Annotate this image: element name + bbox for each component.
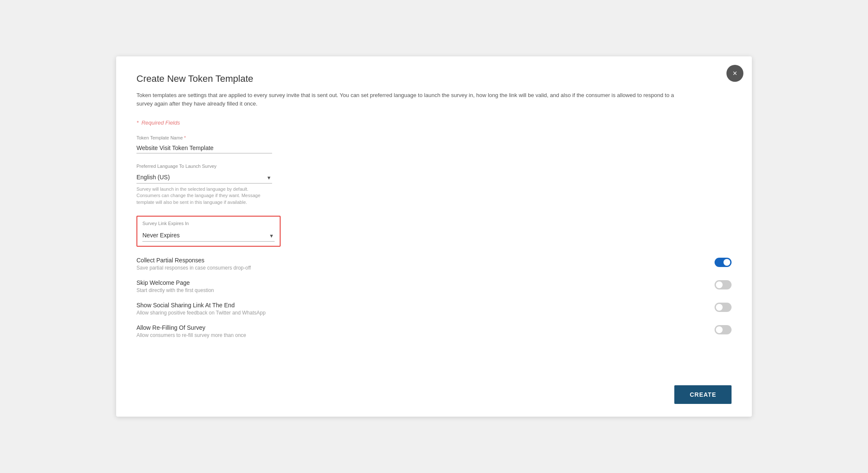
survey-link-wrapper: Never Expires 1 Day 7 Days 30 Days 90 Da…	[142, 229, 275, 242]
toggle-desc-collect-partial: Save partial responses in case consumers…	[136, 265, 706, 271]
modal-container: × Create New Token Template Token templa…	[116, 56, 752, 417]
toggle-title-collect-partial: Collect Partial Responses	[136, 257, 706, 264]
toggle-content-skip-welcome: Skip Welcome Page Start directly with th…	[136, 279, 706, 293]
toggle-desc-social-sharing: Allow sharing positive feedback on Twitt…	[136, 310, 706, 316]
toggle-content-allow-refilling: Allow Re-Filling Of Survey Allow consume…	[136, 324, 706, 338]
survey-link-box: Survey Link Expires In Never Expires 1 D…	[136, 216, 281, 247]
toggle-slider-skip-welcome	[715, 280, 732, 289]
survey-link-section: Survey Link Expires In Never Expires 1 D…	[136, 216, 732, 247]
toggle-content-collect-partial: Collect Partial Responses Save partial r…	[136, 257, 706, 271]
toggle-label-skip-welcome[interactable]	[715, 280, 732, 289]
modal-description: Token templates are settings that are ap…	[136, 91, 687, 108]
toggle-switch-skip-welcome[interactable]	[715, 280, 732, 289]
toggle-title-allow-refilling: Allow Re-Filling Of Survey	[136, 324, 706, 331]
survey-link-select[interactable]: Never Expires 1 Day 7 Days 30 Days 90 Da…	[142, 229, 275, 242]
close-button[interactable]: ×	[726, 65, 743, 82]
required-fields-text: Required Fields	[142, 120, 180, 126]
toggle-switch-social-sharing[interactable]	[715, 303, 732, 312]
toggle-label-social-sharing[interactable]	[715, 303, 732, 312]
toggle-row-social-sharing: Show Social Sharing Link At The End Allo…	[136, 302, 732, 316]
toggle-row-allow-refilling: Allow Re-Filling Of Survey Allow consume…	[136, 324, 732, 338]
toggle-slider-collect-partial	[715, 258, 732, 267]
survey-link-label: Survey Link Expires In	[142, 221, 275, 226]
preferred-language-hint: Survey will launch in the selected langu…	[136, 186, 272, 206]
token-name-required: *	[184, 135, 186, 140]
toggle-desc-skip-welcome: Start directly with the first question	[136, 287, 706, 293]
token-name-label-text: Token Template Name	[136, 135, 183, 140]
toggle-label-allow-refilling[interactable]	[715, 325, 732, 334]
toggle-title-skip-welcome: Skip Welcome Page	[136, 279, 706, 286]
token-template-name-section: Token Template Name *	[136, 135, 732, 153]
toggle-switch-allow-refilling[interactable]	[715, 325, 732, 334]
toggle-label-collect-partial[interactable]	[715, 258, 732, 267]
preferred-language-wrapper: English (US) Spanish French German ▾	[136, 171, 272, 184]
preferred-language-label: Preferred Language To Launch Survey	[136, 164, 732, 169]
toggle-slider-allow-refilling	[715, 325, 732, 334]
toggle-row-skip-welcome: Skip Welcome Page Start directly with th…	[136, 279, 732, 293]
required-fields-label: * Required Fields	[136, 120, 732, 126]
toggle-title-social-sharing: Show Social Sharing Link At The End	[136, 302, 706, 309]
required-star: *	[136, 120, 139, 126]
toggle-desc-allow-refilling: Allow consumers to re-fill survey more t…	[136, 332, 706, 338]
toggle-content-social-sharing: Show Social Sharing Link At The End Allo…	[136, 302, 706, 316]
toggle-slider-social-sharing	[715, 303, 732, 312]
toggle-row-collect-partial: Collect Partial Responses Save partial r…	[136, 257, 732, 271]
modal-title: Create New Token Template	[136, 73, 732, 84]
preferred-language-section: Preferred Language To Launch Survey Engl…	[136, 164, 732, 206]
token-template-name-label: Token Template Name *	[136, 135, 732, 140]
preferred-language-select[interactable]: English (US) Spanish French German	[136, 171, 272, 184]
token-template-name-input[interactable]	[136, 143, 272, 153]
toggles-section: Collect Partial Responses Save partial r…	[136, 257, 732, 338]
create-button[interactable]: CREATE	[674, 385, 732, 404]
toggle-switch-collect-partial[interactable]	[715, 258, 732, 267]
